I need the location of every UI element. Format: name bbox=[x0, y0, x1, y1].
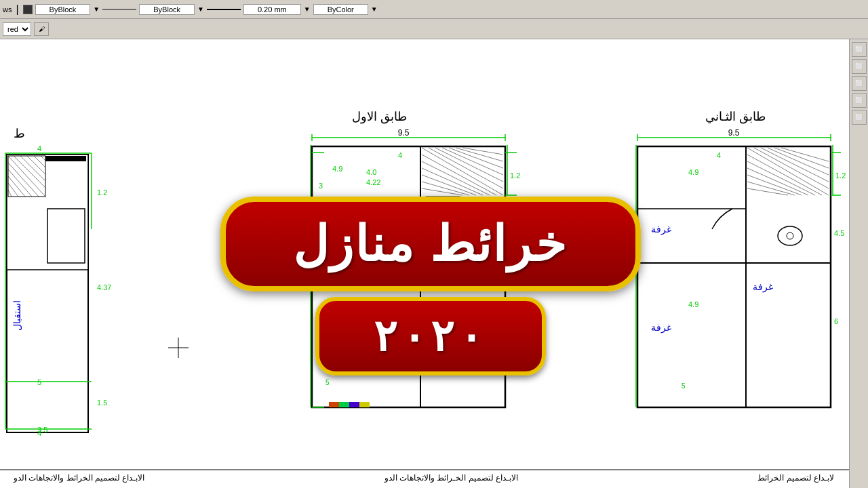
toolbar-second: red 🖌 bbox=[0, 19, 868, 39]
svg-text:9.5: 9.5 bbox=[398, 128, 410, 138]
paint-brush-button[interactable]: 🖌 bbox=[34, 22, 49, 36]
svg-text:1.2: 1.2 bbox=[97, 188, 107, 197]
svg-rect-105 bbox=[349, 402, 359, 407]
room-bedroom1-label: غرفة bbox=[651, 224, 671, 235]
svg-text:5: 5 bbox=[37, 378, 41, 386]
right-panel: ⬜ ⬜ ⬜ ⬜ ⬜ bbox=[849, 39, 868, 488]
dropdown-arrow-4[interactable]: ▼ bbox=[371, 5, 378, 13]
color-box bbox=[23, 5, 33, 14]
svg-rect-15 bbox=[45, 156, 86, 161]
svg-rect-103 bbox=[329, 402, 339, 407]
svg-text:1.5: 1.5 bbox=[97, 399, 107, 407]
svg-text:1.2: 1.2 bbox=[510, 171, 520, 180]
right-btn-4[interactable]: ⬜ bbox=[852, 93, 867, 108]
crosshair-cursor bbox=[168, 338, 189, 358]
svg-text:1.2: 1.2 bbox=[835, 171, 846, 180]
svg-text:4.0: 4.0 bbox=[366, 168, 376, 176]
bottom-label-left: الابـداع لتصميم الخرائط والاتجاهات الدو bbox=[14, 473, 144, 483]
right-btn-1[interactable]: ⬜ bbox=[852, 42, 867, 57]
bycolor-label: ByColor bbox=[313, 4, 368, 15]
svg-point-87 bbox=[787, 232, 793, 239]
svg-text:4.37: 4.37 bbox=[97, 283, 111, 291]
room-bedroom2-label: غرفة bbox=[753, 281, 773, 293]
svg-text:6: 6 bbox=[834, 317, 838, 325]
room-bedroom3-label: غرفة bbox=[651, 322, 671, 333]
bottom-label-center: الابـداع لتصميم الخـرائط والاتجاهات الدو bbox=[384, 473, 518, 483]
svg-text:4.5: 4.5 bbox=[834, 229, 844, 237]
toolbar-separator: | bbox=[16, 3, 18, 16]
svg-text:4.9: 4.9 bbox=[688, 168, 698, 176]
svg-text:4.22: 4.22 bbox=[366, 178, 380, 186]
svg-text:4.9: 4.9 bbox=[332, 165, 342, 173]
svg-text:5: 5 bbox=[326, 379, 330, 386]
banner-container: خرائط منازل ٢٠٢٠ bbox=[210, 197, 651, 375]
svg-text:5: 5 bbox=[682, 382, 686, 390]
sub-banner-text: ٢٠٢٠ bbox=[374, 311, 488, 361]
svg-text:3: 3 bbox=[319, 182, 323, 190]
svg-rect-69 bbox=[637, 146, 831, 407]
svg-text:4.9: 4.9 bbox=[688, 300, 698, 308]
bottom-labels: الابـداع لتصميم الخرائط والاتجاهات الدو … bbox=[0, 473, 848, 483]
svg-text:4: 4 bbox=[398, 151, 402, 159]
separator-line bbox=[102, 9, 136, 9]
svg-rect-106 bbox=[359, 402, 370, 407]
svg-rect-104 bbox=[339, 402, 349, 407]
color-dropdown-wrapper[interactable]: red bbox=[3, 22, 31, 36]
byblock-label-1: ByBlock bbox=[35, 4, 91, 15]
right-btn-3[interactable]: ⬜ bbox=[852, 76, 867, 91]
dropdown-arrow-3[interactable]: ▼ bbox=[304, 5, 311, 13]
floor-left-label: ط bbox=[14, 127, 25, 140]
svg-rect-16 bbox=[47, 209, 85, 263]
svg-text:4: 4 bbox=[37, 144, 41, 152]
room-reception-label: استقبال bbox=[12, 300, 22, 331]
right-btn-5[interactable]: ⬜ bbox=[852, 110, 867, 125]
svg-text:3.5: 3.5 bbox=[37, 426, 47, 434]
sub-banner: ٢٠٢٠ bbox=[315, 297, 546, 375]
byblock-label-3: 0.20 mm bbox=[243, 4, 301, 15]
floor1-title: طابق الاول bbox=[352, 110, 407, 124]
separator-line-2 bbox=[207, 9, 241, 10]
svg-text:9.5: 9.5 bbox=[728, 128, 740, 138]
bottom-label-right: لابـداع لتصميم الخرائط bbox=[757, 473, 834, 483]
dropdown-arrow-2[interactable]: ▼ bbox=[197, 5, 204, 13]
dropdown-arrow-1[interactable]: ▼ bbox=[93, 5, 100, 13]
byblock-label-2: ByBlock bbox=[139, 4, 195, 15]
toolbar-top: ws | ByBlock ▼ ByBlock ▼ 0.20 mm ▼ ByCol… bbox=[0, 0, 868, 19]
svg-text:4: 4 bbox=[717, 151, 721, 159]
right-btn-2[interactable]: ⬜ bbox=[852, 59, 867, 74]
color-select[interactable]: red bbox=[3, 22, 31, 36]
toolbar-spacer: ws bbox=[3, 5, 12, 14]
main-banner-text: خرائط منازل bbox=[293, 216, 568, 272]
floor2-title: طابق الثـاني bbox=[705, 110, 766, 124]
main-banner: خرائط منازل bbox=[220, 197, 641, 291]
